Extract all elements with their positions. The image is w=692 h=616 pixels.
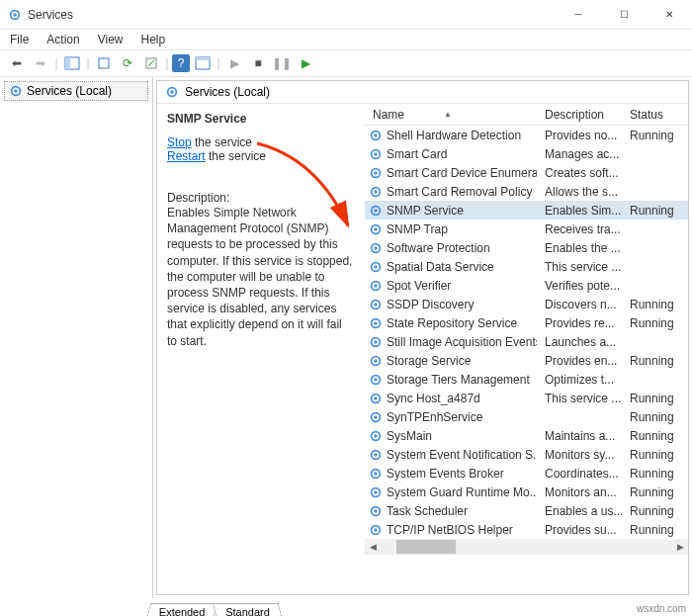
export-list-button[interactable] [93,52,115,74]
refresh-button[interactable]: ⟳ [117,52,138,74]
action-button[interactable] [192,52,214,74]
view-tabs: Extended Standard [0,598,692,616]
svg-point-15 [374,152,378,156]
table-row[interactable]: Smart Card Removal PolicyAllows the s... [365,182,688,201]
content-header: Services (Local) [157,81,688,104]
table-row[interactable]: Shell Hardware DetectionProvides no...Ru… [365,126,688,144]
gear-icon [165,85,179,99]
selected-service-name: SNMP Service [167,112,355,126]
minimize-button[interactable]: ─ [556,0,601,30]
svg-point-47 [374,453,378,457]
gear-icon [369,335,383,349]
gear-icon [369,448,383,462]
menu-help[interactable]: Help [141,33,166,46]
show-hide-tree-button[interactable] [61,52,83,74]
column-description[interactable]: Description [537,104,622,125]
svg-point-41 [374,396,378,400]
menu-view[interactable]: View [98,33,124,46]
gear-icon [369,260,383,274]
properties-button[interactable] [140,52,162,74]
gear-icon [369,467,383,481]
svg-point-35 [374,340,378,344]
table-row[interactable]: Spatial Data ServiceThis service ... [365,257,688,276]
table-row[interactable]: SSDP DiscoveryDiscovers n...Running [365,295,688,313]
table-row[interactable]: System Events BrokerCoordinates...Runnin… [365,464,688,483]
gear-icon [369,373,383,387]
menu-file[interactable]: File [10,33,29,46]
back-button[interactable]: ⬅ [6,52,28,74]
gear-icon [369,166,383,180]
help-button[interactable]: ? [172,54,190,72]
svg-point-23 [374,227,378,231]
svg-point-29 [374,284,378,288]
svg-point-21 [374,209,378,213]
close-button[interactable]: ✕ [647,0,692,30]
tree-pane: Services (Local) [0,77,153,598]
table-row[interactable]: SynTPEnhServiceRunning [365,407,688,426]
gear-icon [369,147,383,161]
restart-service-button[interactable]: ▶ [295,52,316,74]
table-row[interactable]: Still Image Acquisition EventsLaunches a… [365,332,688,351]
svg-point-17 [374,171,378,175]
gear-icon [369,279,383,293]
tree-item-services-local[interactable]: Services (Local) [4,81,148,101]
description-text: Enables Simple Network Management Protoc… [167,205,355,349]
pause-service-button[interactable]: ❚❚ [271,52,293,74]
svg-point-1 [13,13,17,17]
gear-icon [369,241,383,255]
stop-service-button[interactable]: ■ [247,52,269,74]
gear-icon [369,523,383,537]
table-row[interactable]: SNMP ServiceEnables Sim...Running [365,201,688,220]
svg-point-33 [374,321,378,325]
table-row[interactable]: SysMainMaintains a...Running [365,426,688,445]
table-row[interactable]: TCP/IP NetBIOS HelperProvides su...Runni… [365,520,688,539]
maximize-button[interactable]: ☐ [601,0,647,30]
table-row[interactable]: Smart Card Device Enumera...Creates soft… [365,163,688,182]
gear-icon [369,485,383,499]
gear-icon [369,129,383,142]
svg-rect-4 [99,58,109,68]
gear-icon [369,392,383,405]
gear-icon [369,222,383,236]
forward-button[interactable]: ➡ [30,52,51,74]
detail-pane: SNMP Service Stop the service Restart th… [157,104,365,594]
stop-link[interactable]: Stop [167,135,192,149]
scroll-left-icon[interactable]: ◀ [365,542,381,552]
toolbar: ⬅ ➡ | | ⟳ | ? | ▶ ■ ❚❚ ▶ [0,49,692,77]
table-row[interactable]: SNMP TrapReceives tra... [365,220,688,238]
window-title: Services [28,8,73,22]
svg-point-31 [374,303,378,307]
svg-point-51 [374,490,378,494]
table-row[interactable]: System Guard Runtime Mo...Monitors an...… [365,483,688,501]
table-row[interactable]: Spot VerifierVerifies pote... [365,276,688,295]
table-row[interactable]: Storage Tiers ManagementOptimizes t... [365,370,688,389]
column-status[interactable]: Status [622,104,681,125]
table-row[interactable]: Smart CardManages ac... [365,144,688,163]
gear-icon [369,354,383,368]
services-icon [8,8,22,22]
svg-point-11 [170,90,174,94]
table-row[interactable]: Software ProtectionEnables the ... [365,238,688,257]
tab-standard[interactable]: Standard [213,603,283,616]
table-row[interactable]: Task SchedulerEnables a us...Running [365,501,688,520]
watermark: wsxdn.com [637,603,686,614]
restart-link[interactable]: Restart [167,149,206,163]
svg-rect-3 [65,57,70,69]
start-service-button[interactable]: ▶ [223,52,245,74]
table-row[interactable]: Sync Host_a487dThis service ...Running [365,389,688,407]
table-row[interactable]: State Repository ServiceProvides re...Ru… [365,313,688,332]
column-name[interactable]: Name▲ [365,104,537,125]
tab-extended[interactable]: Extended [146,603,218,616]
scrollbar-thumb[interactable] [396,540,456,554]
gear-icon [369,410,383,424]
gear-icon [369,185,383,199]
table-row[interactable]: Storage ServiceProvides en...Running [365,351,688,370]
description-label: Description: [167,191,355,205]
service-list: Name▲ Description Status Shell Hardware … [365,104,688,594]
menu-action[interactable]: Action [46,33,79,46]
scroll-right-icon[interactable]: ▶ [672,542,688,552]
svg-rect-7 [196,57,210,60]
svg-point-53 [374,509,378,513]
horizontal-scrollbar[interactable]: ◀ ▶ [365,539,688,555]
table-row[interactable]: System Event Notification S...Monitors s… [365,445,688,464]
